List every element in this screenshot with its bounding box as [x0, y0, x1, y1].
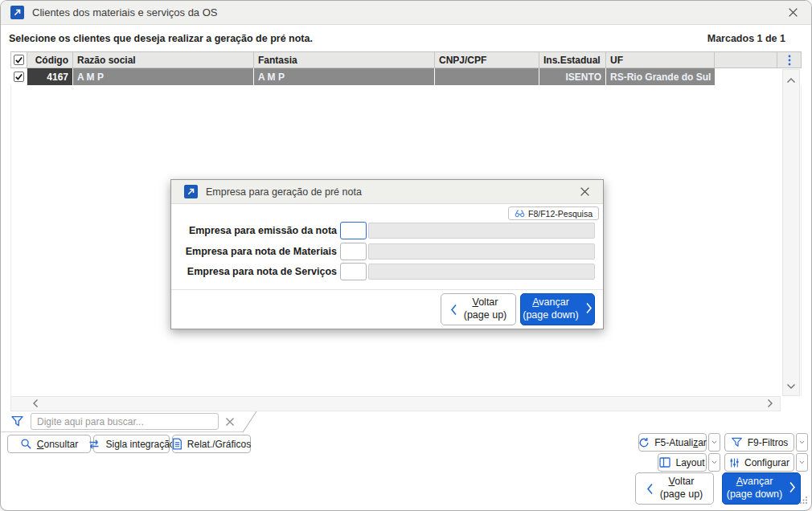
- empresa-dialog: Empresa para geração de pré nota F8/F12-…: [170, 179, 604, 329]
- dialog-chevron-right-icon: [585, 302, 593, 317]
- scroll-up-icon[interactable]: [786, 72, 796, 87]
- document-icon: [172, 438, 182, 450]
- column-header-fantasia[interactable]: Fantasia: [254, 52, 435, 67]
- configurar-dropdown-button[interactable]: [796, 453, 808, 472]
- consultar-button[interactable]: Consultar: [7, 435, 91, 453]
- avancar-button[interactable]: Avançar (page down): [722, 472, 801, 505]
- layout-button[interactable]: Layout: [658, 453, 707, 472]
- scroll-left-icon[interactable]: [32, 397, 39, 411]
- filter-bar: [1, 411, 244, 432]
- f5-dropdown-button[interactable]: [708, 433, 720, 452]
- consultar-label: Consultar: [37, 439, 78, 450]
- search-icon: [20, 438, 32, 450]
- sliders-icon: [729, 457, 740, 468]
- dialog-voltar-button[interactable]: Voltar (page up): [441, 293, 516, 325]
- cell-uf: RS-Rio Grande do Sul: [606, 68, 715, 85]
- relatorios-graficos-label: Relat./Gráficos: [187, 439, 251, 450]
- f9-filtros-label: F9-Filtros: [748, 437, 789, 448]
- scroll-down-icon[interactable]: [786, 378, 796, 393]
- f8-f12-pesquisa-button[interactable]: F8/F12-Pesquisa: [508, 206, 599, 220]
- chevron-left-icon: [646, 483, 654, 495]
- column-header-ins-estadual[interactable]: Ins.Estadual: [539, 52, 606, 67]
- display-empresa-servicos: [368, 264, 595, 280]
- marked-count: Marcados 1 de 1: [707, 33, 785, 44]
- label-empresa-emissao: Empresa para emissão da nota: [184, 225, 340, 236]
- label-empresa-servicos: Empresa para nota de Serviços: [184, 266, 340, 277]
- cell-ins-estadual: ISENTO: [539, 68, 606, 85]
- sigla-integracao-label: Sigla integração: [105, 439, 174, 450]
- window-title: Clientes dos materiais e serviços da OS: [32, 6, 217, 18]
- select-all-checkbox[interactable]: [14, 55, 24, 65]
- toolbar-left: Consultar Sigla integração Relat./Gráfic…: [7, 435, 251, 453]
- app-window: Clientes dos materiais e serviços da OS …: [0, 0, 812, 511]
- input-empresa-servicos[interactable]: [340, 263, 367, 280]
- field-row-servicos: Empresa para nota de Serviços: [184, 263, 595, 280]
- funnel-icon: [731, 436, 743, 448]
- search-input[interactable]: [31, 413, 219, 430]
- dialog-avancar-button[interactable]: Avançar (page down): [520, 293, 595, 325]
- chevron-right-icon: [789, 481, 796, 496]
- configurar-label: Configurar: [744, 457, 789, 468]
- layout-dropdown-button[interactable]: [708, 453, 720, 472]
- page-instruction: Selecione os clientes que deseja realiza…: [9, 33, 313, 44]
- subtitle-row: Selecione os clientes que deseja realiza…: [9, 31, 785, 47]
- column-header-codigo[interactable]: Código: [27, 52, 73, 67]
- close-icon[interactable]: [784, 4, 802, 22]
- field-row-emissao: Empresa para emissão da nota: [184, 222, 595, 239]
- clear-search-icon[interactable]: [225, 417, 235, 427]
- f8-f12-pesquisa-label: F8/F12-Pesquisa: [528, 209, 593, 219]
- relatorios-graficos-button[interactable]: Relat./Gráficos: [172, 435, 251, 453]
- title-bar: Clientes dos materiais e serviços da OS: [1, 1, 811, 25]
- vertical-scrollbar[interactable]: [782, 69, 800, 396]
- layout-label: Layout: [675, 457, 704, 468]
- column-header-uf[interactable]: UF: [606, 52, 715, 67]
- clients-table: Código Razão social Fantasia CNPJ/CPF In…: [10, 51, 802, 85]
- avancar-label: Avançar (page down): [727, 476, 783, 501]
- voltar-button[interactable]: Voltar (page up): [635, 472, 714, 505]
- column-options-icon[interactable]: [777, 52, 802, 67]
- voltar-label: Voltar (page up): [660, 476, 703, 501]
- refresh-icon: [638, 437, 650, 448]
- filter-tab-edge: [241, 410, 259, 434]
- display-empresa-emissao: [368, 223, 595, 239]
- configurar-button[interactable]: Configurar: [724, 453, 794, 472]
- app-icon: [10, 6, 24, 19]
- binoculars-icon: [515, 209, 525, 218]
- sigla-integracao-button[interactable]: Sigla integração: [93, 435, 170, 453]
- cell-codigo: 4167: [27, 68, 73, 85]
- input-empresa-materiais[interactable]: [340, 243, 367, 260]
- column-header-cnpj-cpf[interactable]: CNPJ/CPF: [435, 52, 539, 67]
- dialog-title: Empresa para geração de pré nota: [206, 186, 362, 198]
- f9-filtros-button[interactable]: F9-Filtros: [724, 433, 794, 452]
- filter-funnel-icon: [10, 415, 24, 428]
- dialog-avancar-label: Avançar (page down): [523, 296, 579, 321]
- input-empresa-emissao[interactable]: [340, 222, 367, 239]
- dialog-app-icon: [184, 185, 198, 198]
- dialog-voltar-label: Voltar (page up): [464, 296, 507, 321]
- table-row[interactable]: 4167 A M P A M P ISENTO RS-Rio Grande do…: [10, 68, 802, 85]
- table-header: Código Razão social Fantasia CNPJ/CPF In…: [10, 51, 802, 68]
- dialog-separator: [171, 289, 603, 290]
- f5-atualizar-button[interactable]: F5-Atualizar: [638, 433, 707, 452]
- cell-razao-social: A M P: [73, 68, 254, 85]
- cell-filler: [715, 68, 777, 85]
- row-checkbox-cell: [10, 68, 27, 85]
- row-checkbox[interactable]: [14, 72, 24, 82]
- header-checkbox-cell: [10, 52, 27, 67]
- dialog-chevron-left-icon: [450, 304, 457, 316]
- dialog-close-icon[interactable]: [576, 183, 593, 201]
- layout-icon: [659, 457, 671, 468]
- column-header-razao-social[interactable]: Razão social: [73, 52, 254, 67]
- horizontal-scrollbar[interactable]: [10, 396, 781, 411]
- sync-arrows-icon: [88, 439, 100, 450]
- label-empresa-materiais: Empresa para nota de Materiais: [184, 246, 340, 257]
- cell-cnpj-cpf: [435, 68, 539, 85]
- f9-dropdown-button[interactable]: [796, 433, 808, 452]
- resize-grip[interactable]: [799, 493, 808, 508]
- column-header-filler: [715, 52, 777, 67]
- cell-fantasia: A M P: [254, 68, 435, 85]
- field-row-materiais: Empresa para nota de Materiais: [184, 243, 595, 260]
- dialog-title-bar: Empresa para geração de pré nota: [171, 180, 603, 204]
- scroll-right-icon[interactable]: [767, 397, 773, 411]
- display-empresa-materiais: [368, 243, 595, 260]
